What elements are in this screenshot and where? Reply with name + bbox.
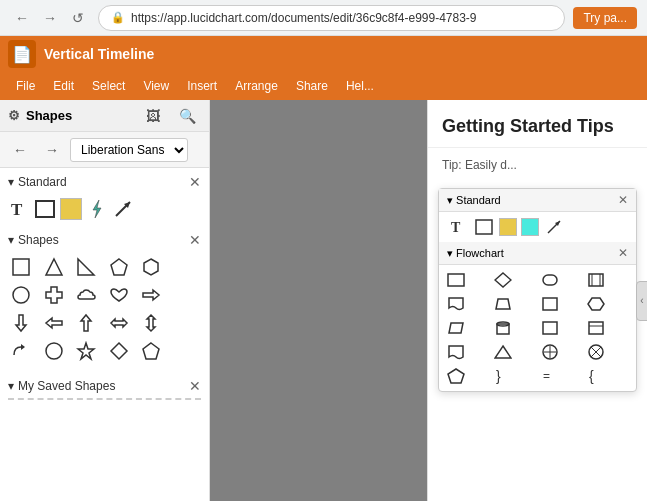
mini-fc-hex[interactable] [585,293,607,315]
shapes-section-label: ▾ Shapes [8,233,59,247]
reload-button[interactable]: ↺ [66,6,90,30]
mini-arrow-shape[interactable] [543,216,565,238]
mini-rect-shape[interactable] [473,216,495,238]
shape-empty1 [171,254,197,280]
mini-fc-brace[interactable]: } [492,365,514,387]
shape-square[interactable] [8,254,34,280]
mini-fc-rect3[interactable] [539,293,561,315]
shape-hexagon[interactable] [138,254,164,280]
title-bar: 📄 Vertical Timeline [0,36,647,72]
mini-fc-trapezoid[interactable] [492,293,514,315]
mini-fc-stadium[interactable] [539,269,561,291]
redo-button[interactable]: → [38,136,66,164]
tips-title: Getting Started Tips [428,100,647,148]
canvas-area[interactable] [210,100,427,501]
menu-help[interactable]: Hel... [338,76,382,96]
menu-edit[interactable]: Edit [45,76,82,96]
mini-fc-curly[interactable]: { [585,365,607,387]
shape-cloud[interactable] [73,282,99,308]
search-shapes-button[interactable]: 🔍 [173,102,201,130]
svg-text:}: } [496,368,501,384]
shapes-close-button[interactable]: ✕ [189,232,201,248]
mini-fc-pentagon[interactable] [445,365,467,387]
mini-yellow-box[interactable] [499,218,517,236]
shape-circle2[interactable] [41,338,67,364]
shape-curved-arrow[interactable] [8,338,34,364]
mini-fc-circle-x[interactable] [585,341,607,363]
mini-fc-diamond[interactable] [492,269,514,291]
mini-fc-doc[interactable] [445,293,467,315]
mini-flowchart-close[interactable]: ✕ [618,246,628,260]
shape-diamond[interactable] [106,338,132,364]
shape-arrow-down[interactable] [8,310,34,336]
svg-text:T: T [451,220,461,235]
font-select[interactable]: Liberation Sans [70,138,188,162]
shape-arrow-up[interactable] [73,310,99,336]
menu-file[interactable]: File [8,76,43,96]
svg-marker-11 [143,290,159,300]
svg-rect-1 [36,201,54,217]
my-saved-close-button[interactable]: ✕ [189,378,201,394]
svg-marker-20 [111,343,127,359]
menu-arrange[interactable]: Arrange [227,76,286,96]
lightning-shape[interactable] [86,198,108,220]
shape-pentagon2[interactable] [138,338,164,364]
rectangle-shape[interactable] [34,198,56,220]
shape-heart[interactable] [106,282,132,308]
address-bar[interactable]: 🔒 https://app.lucidchart.com/documents/e… [98,5,565,31]
svg-marker-13 [46,318,62,328]
menu-bar: File Edit Select View Insert Arrange Sha… [0,72,647,100]
mini-fc-rect2[interactable] [585,269,607,291]
svg-rect-5 [13,259,29,275]
image-icon-button[interactable]: 🖼 [139,102,167,130]
yellow-color-box[interactable] [60,198,82,220]
mini-flowchart-header: ▾ Flowchart ✕ [439,242,636,265]
shape-right-triangle[interactable] [73,254,99,280]
svg-marker-35 [449,323,463,333]
collapse-tab[interactable]: ‹ [636,281,647,321]
mini-fc-parallelogram[interactable] [445,317,467,339]
standard-arrow-icon: ▾ [8,175,14,189]
undo-button[interactable]: ← [6,136,34,164]
my-saved-label: My Saved Shapes [18,379,115,393]
text-shape[interactable]: T [8,198,30,220]
standard-section-label: ▾ Standard [8,175,67,189]
svg-point-18 [46,343,62,359]
shape-arrow-right[interactable] [138,282,164,308]
edit-toolbar: ← → Liberation Sans [0,132,209,168]
shape-star[interactable] [73,338,99,364]
tips-panel: Getting Started Tips Tip: Easily d... ▾ … [427,100,647,501]
shape-arrow-left[interactable] [41,310,67,336]
try-button[interactable]: Try pa... [573,7,637,29]
shape-cross[interactable] [41,282,67,308]
shape-triangle[interactable] [41,254,67,280]
menu-share[interactable]: Share [288,76,336,96]
mini-fc-rect4[interactable] [539,317,561,339]
diagonal-arrow-shape[interactable] [112,198,134,220]
mini-fc-doc2[interactable] [445,341,467,363]
forward-button[interactable]: → [38,6,62,30]
svg-marker-6 [46,259,62,275]
svg-rect-33 [543,298,557,310]
mini-fc-rect[interactable] [445,269,467,291]
mini-fc-cylinder[interactable] [492,317,514,339]
svg-marker-7 [78,259,94,275]
mini-fc-rect5[interactable] [585,317,607,339]
mini-teal-box[interactable] [521,218,539,236]
shape-circle[interactable] [8,282,34,308]
mini-fc-triangle[interactable] [492,341,514,363]
menu-view[interactable]: View [135,76,177,96]
shape-pentagon[interactable] [106,254,132,280]
back-button[interactable]: ← [10,6,34,30]
mini-text-shape[interactable]: T [447,216,469,238]
standard-close-button[interactable]: ✕ [189,174,201,190]
shape-double-arrow-h[interactable] [106,310,132,336]
shape-double-arrow-v[interactable] [138,310,164,336]
mini-fc-equals[interactable]: = [539,365,561,387]
my-saved-arrow-icon: ▾ [8,379,14,393]
shapes-panel-header: ⚙ Shapes 🖼 🔍 [0,100,209,132]
mini-fc-circle-plus[interactable] [539,341,561,363]
menu-select[interactable]: Select [84,76,133,96]
mini-standard-close[interactable]: ✕ [618,193,628,207]
menu-insert[interactable]: Insert [179,76,225,96]
